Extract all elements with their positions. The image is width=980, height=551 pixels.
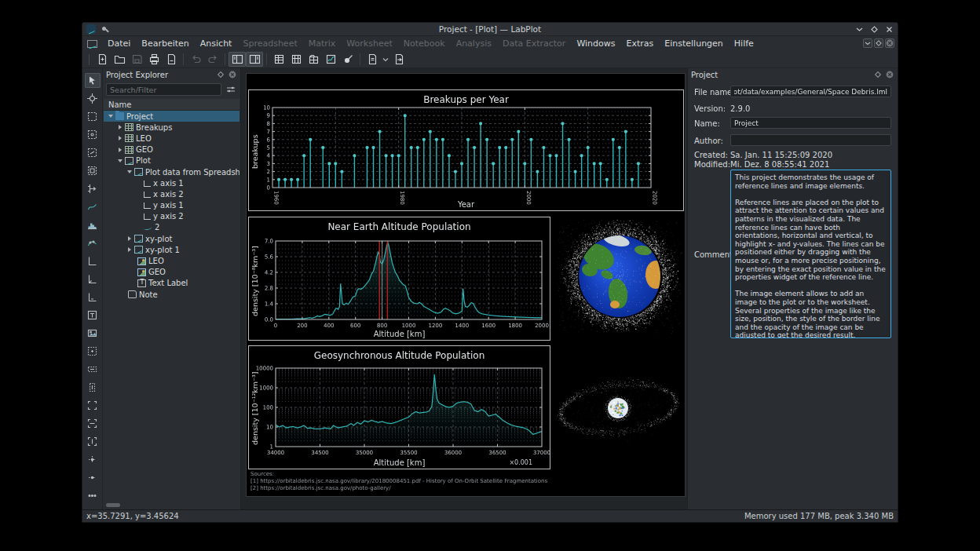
tree-item-plot-data-from-spreadsheet[interactable]: Plot data from Spreadsheet <box>104 166 240 177</box>
plot-breakups[interactable]: Breakups per Year breakups Year <box>248 89 684 211</box>
menu-extras[interactable]: Extras <box>620 38 659 49</box>
expander-icon[interactable] <box>117 147 123 153</box>
menu-datei[interactable]: Datei <box>102 38 136 49</box>
toolbar-grip[interactable] <box>89 54 90 65</box>
add-axis-top-icon[interactable] <box>85 290 101 305</box>
new-spreadsheet-icon[interactable] <box>270 52 287 67</box>
open-project-icon[interactable] <box>111 52 128 67</box>
filter-options-icon[interactable] <box>225 83 237 96</box>
mdi-restore-icon[interactable] <box>874 38 883 48</box>
zoom-out-icon[interactable] <box>85 470 101 485</box>
print-icon[interactable] <box>145 52 163 67</box>
scale-auto-x-icon[interactable] <box>85 416 101 431</box>
geo-debris-image[interactable] <box>551 358 685 464</box>
navigate-icon[interactable] <box>85 91 101 106</box>
tree-item-breakups[interactable]: Breakups <box>104 122 240 133</box>
scale-auto-y-icon[interactable] <box>85 434 101 449</box>
author-input[interactable] <box>730 134 891 146</box>
plot-near-earth[interactable]: Near Earth Altitude Population density [… <box>248 217 550 341</box>
search-input[interactable] <box>106 83 221 96</box>
worksheet[interactable]: Breakups per Year breakups Year Near Ear… <box>246 73 686 497</box>
add-axis-bottom-icon[interactable] <box>85 254 101 268</box>
zoom-select-region-icon[interactable] <box>85 344 101 359</box>
shift-curves-icon[interactable] <box>85 488 101 503</box>
new-plot-icon[interactable] <box>322 52 339 67</box>
properties-header[interactable]: Project <box>688 68 898 81</box>
expander-icon[interactable] <box>126 246 133 253</box>
zoom-select-y-icon[interactable] <box>85 380 101 395</box>
expander-icon[interactable] <box>117 135 123 141</box>
menu-hilfe[interactable]: Hilfe <box>729 38 759 49</box>
tree-item-project[interactable]: Project <box>104 111 240 122</box>
expander-icon[interactable] <box>117 158 123 164</box>
comment-textarea[interactable]: This project demonstrates the usage of r… <box>730 170 891 338</box>
select-and-zoom-icon[interactable] <box>85 109 101 124</box>
tree-item-y-axis-1[interactable]: y axis 1 <box>104 200 240 211</box>
tree-item-leo-image[interactable]: LEO <box>104 255 240 266</box>
add-cartesian-plot-3-icon[interactable] <box>85 163 101 178</box>
plot-geosynchronous[interactable]: Geosynchronous Altitude Population densi… <box>248 345 550 469</box>
tree-item-xy-plot[interactable]: xy-plot <box>104 233 240 244</box>
tree-item-xy-plot-1[interactable]: xy-plot 1 <box>104 244 240 255</box>
export-icon[interactable] <box>163 52 180 67</box>
add-axis-left-icon[interactable] <box>85 272 101 286</box>
tree-item-curve-2[interactable]: 2 <box>104 222 240 233</box>
minimize-icon[interactable] <box>856 26 863 33</box>
geo-chart-canvas[interactable] <box>249 346 550 469</box>
toggle-properties-panel-icon[interactable] <box>246 52 263 67</box>
tree-item-x-axis-1[interactable]: x axis 1 <box>104 177 240 188</box>
zoom-in-icon[interactable] <box>85 452 101 467</box>
new-notebook-dropdown-icon[interactable] <box>381 52 390 67</box>
title-bar[interactable]: Project - [Plot] — LabPlot <box>82 23 898 36</box>
maximize-icon[interactable] <box>871 26 878 33</box>
tree-item-note[interactable]: Note <box>104 289 240 300</box>
new-project-icon[interactable] <box>93 52 111 67</box>
tree-item-plot-worksheet[interactable]: Plot <box>104 155 240 166</box>
expander-icon[interactable] <box>126 169 133 175</box>
new-workbook-icon[interactable] <box>305 52 322 67</box>
name-input[interactable] <box>730 117 891 129</box>
tree-item-geo-spreadsheet[interactable]: GEO <box>104 144 240 155</box>
near-earth-chart-canvas[interactable] <box>249 217 550 340</box>
horizontal-scrollbar[interactable] <box>106 503 120 507</box>
zoom-select-x-icon[interactable] <box>85 362 101 377</box>
add-fit-curve-icon[interactable] <box>85 235 101 250</box>
tree-item-y-axis-2[interactable]: y axis 2 <box>104 211 240 222</box>
close-panel-icon[interactable] <box>885 70 894 79</box>
expander-icon[interactable] <box>126 235 133 242</box>
tree-item-geo-image[interactable]: GEO <box>104 267 240 278</box>
new-data-picker-icon[interactable] <box>339 52 357 67</box>
tree-item-x-axis-2[interactable]: x axis 2 <box>104 188 240 199</box>
child-window-icon[interactable] <box>87 40 97 48</box>
leo-debris-image[interactable] <box>557 220 682 334</box>
tree-item-leo-spreadsheet[interactable]: LEO <box>104 133 240 144</box>
tree-item-text-label[interactable]: Text Label <box>104 278 240 289</box>
add-histogram-icon[interactable] <box>85 217 101 232</box>
menu-windows[interactable]: Windows <box>571 38 620 49</box>
add-cartesian-plot-2-icon[interactable] <box>85 145 101 160</box>
breakups-chart-canvas[interactable] <box>249 90 683 210</box>
new-matrix-icon[interactable] <box>287 52 305 67</box>
tree-column-header[interactable]: Name <box>104 99 240 111</box>
toggle-project-explorer-icon[interactable] <box>229 52 246 67</box>
import-file-icon[interactable] <box>390 52 408 67</box>
expander-icon[interactable] <box>108 113 114 119</box>
add-xy-curve-icon[interactable] <box>85 199 101 214</box>
new-notebook-icon[interactable] <box>364 52 381 67</box>
menu-ansicht[interactable]: Ansicht <box>195 38 238 49</box>
menu-bearbeiten[interactable]: Bearbeiten <box>136 38 194 49</box>
file-name-input[interactable] <box>730 86 891 97</box>
expander-icon[interactable] <box>117 124 123 130</box>
mdi-close-icon[interactable] <box>885 38 894 48</box>
mdi-minimize-icon[interactable] <box>863 38 872 48</box>
add-text-label-icon[interactable] <box>85 308 101 323</box>
project-explorer-header[interactable]: Project Explorer <box>103 68 240 81</box>
select-and-edit-icon[interactable] <box>85 73 101 88</box>
float-panel-icon[interactable] <box>873 70 883 79</box>
add-cartesian-plot-icon[interactable] <box>85 127 101 142</box>
add-axis-icon[interactable] <box>85 181 101 196</box>
float-panel-icon[interactable] <box>216 70 225 79</box>
scale-auto-icon[interactable] <box>85 398 101 413</box>
add-image-icon[interactable] <box>85 326 101 341</box>
close-panel-icon[interactable] <box>228 70 237 79</box>
